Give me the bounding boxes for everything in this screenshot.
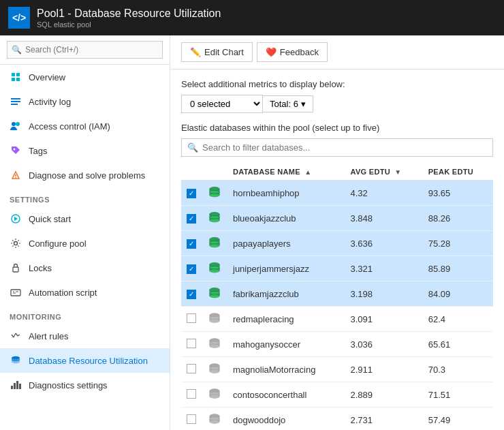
unchecked-icon <box>187 364 196 373</box>
row-peak-edtu: 62.4 <box>423 307 493 332</box>
diagnose-icon <box>10 169 22 181</box>
svg-point-7 <box>12 122 16 126</box>
table-row[interactable]: contosoconcerthall 2.889 71.51 <box>181 382 493 408</box>
col-name-label: DATABASE NAME <box>233 168 300 176</box>
row-checkbox[interactable] <box>181 382 202 408</box>
search-box[interactable]: 🔍 <box>0 35 170 65</box>
svg-line-16 <box>12 335 14 337</box>
automation-icon <box>10 286 22 298</box>
col-name-sort-icon: ▲ <box>304 168 311 176</box>
sidebar-item-database-resource[interactable]: Database Resource Utilization <box>0 348 170 373</box>
checked-icon: ✓ <box>187 189 196 198</box>
row-db-icon <box>202 332 227 357</box>
row-checkbox[interactable] <box>181 408 202 431</box>
table-row[interactable]: ✓ papayaplayers 3.636 75.28 <box>181 231 493 256</box>
row-db-icon <box>202 408 227 431</box>
table-row[interactable]: redmapleracing 3.091 62.4 <box>181 307 493 332</box>
sidebar-item-alert-label: Alert rules <box>29 331 69 341</box>
metrics-label: Select additional metrics to display bel… <box>181 79 493 89</box>
col-peak-label: PEAK EDTU <box>428 168 473 176</box>
quick-start-icon <box>10 213 22 225</box>
sidebar-item-locks[interactable]: Locks <box>0 256 170 280</box>
sidebar-item-locks-label: Locks <box>29 263 52 273</box>
sidebar-item-overview[interactable]: Overview <box>0 65 170 89</box>
search-input[interactable] <box>7 41 163 59</box>
row-checkbox[interactable]: ✓ <box>181 256 202 281</box>
row-checkbox[interactable] <box>181 332 202 357</box>
feedback-button[interactable]: ❤️ Feedback <box>257 42 328 62</box>
sidebar-item-quick-start[interactable]: Quick start <box>0 206 170 231</box>
sidebar-item-diagnostics[interactable]: Diagnostics settings <box>0 373 170 397</box>
search-icon: 🔍 <box>12 45 22 55</box>
svg-rect-4 <box>11 98 20 99</box>
row-checkbox[interactable] <box>181 307 202 332</box>
toolbar: ✏️ Edit Chart ❤️ Feedback <box>170 35 504 70</box>
svg-point-13 <box>14 242 18 245</box>
row-checkbox[interactable]: ✓ <box>181 181 202 206</box>
row-avg-edtu: 4.32 <box>345 181 423 206</box>
metrics-dropdown[interactable]: 0 selected <box>181 95 263 113</box>
table-row[interactable]: ✓ juniperjammersjazz 3.321 85.89 <box>181 256 493 281</box>
row-avg-edtu: 3.091 <box>345 307 423 332</box>
sidebar-item-automation[interactable]: Automation script <box>0 280 170 305</box>
header-titles: Pool1 - Database Resource Utilization SQ… <box>37 7 221 29</box>
sidebar-item-activity-log[interactable]: Activity log <box>0 89 170 114</box>
table-row[interactable]: mahoganysoccer 3.036 65.61 <box>181 332 493 357</box>
svg-point-79 <box>210 319 220 322</box>
access-control-icon <box>10 120 22 132</box>
sidebar-item-configure-pool[interactable]: Configure pool <box>0 231 170 256</box>
settings-section-label: SETTINGS <box>0 187 170 206</box>
edit-chart-button[interactable]: ✏️ Edit Chart <box>181 42 253 62</box>
unchecked-icon <box>187 313 196 323</box>
col-header-peak[interactable]: PEAK EDTU <box>423 164 493 181</box>
activity-log-icon <box>10 95 22 108</box>
row-db-icon <box>202 281 227 307</box>
svg-point-9 <box>14 149 16 151</box>
row-peak-edtu: 93.65 <box>423 181 493 206</box>
row-db-icon <box>202 231 227 256</box>
svg-rect-24 <box>19 384 21 389</box>
filter-box[interactable]: 🔍 <box>181 138 493 157</box>
svg-rect-2 <box>12 78 15 81</box>
sidebar-item-overview-label: Overview <box>29 72 65 82</box>
svg-point-8 <box>16 122 20 126</box>
unchecked-icon <box>187 414 196 424</box>
sidebar-item-diagnose[interactable]: Diagnose and solve problems <box>0 163 170 187</box>
col-header-name[interactable]: DATABASE NAME ▲ <box>227 164 345 181</box>
db-section-label: Elastic databases within the pool (selec… <box>181 123 493 133</box>
row-db-icon <box>202 181 227 206</box>
alert-rules-icon <box>10 330 22 342</box>
table-row[interactable]: ✓ hornbeamhiphop 4.32 93.65 <box>181 181 493 206</box>
checked-icon: ✓ <box>187 239 196 249</box>
sidebar-item-configure-label: Configure pool <box>29 239 86 249</box>
col-header-avg[interactable]: AVG EDTU ▼ <box>345 164 423 181</box>
col-header-icon <box>202 164 227 181</box>
svg-rect-21 <box>11 386 13 389</box>
sidebar-item-automation-label: Automation script <box>29 288 97 298</box>
row-checkbox[interactable]: ✓ <box>181 231 202 256</box>
configure-icon <box>10 237 22 249</box>
sidebar-item-quick-label: Quick start <box>29 214 71 224</box>
row-db-icon <box>202 307 227 332</box>
row-db-name: redmapleracing <box>227 307 345 332</box>
row-checkbox[interactable]: ✓ <box>181 206 202 231</box>
table-row[interactable]: ✓ fabrikamjazzclub 3.198 84.09 <box>181 281 493 307</box>
filter-input[interactable] <box>202 142 487 153</box>
app-icon: </> <box>8 7 30 29</box>
checked-icon: ✓ <box>187 214 196 224</box>
row-db-name: blueoakjazzclub <box>227 206 345 231</box>
row-checkbox[interactable] <box>181 357 202 382</box>
table-row[interactable]: magnoliaMotorracing 2.911 70.3 <box>181 357 493 382</box>
locks-icon <box>10 262 22 274</box>
page-subtitle: SQL elastic pool <box>37 20 221 29</box>
main-content: ✏️ Edit Chart ❤️ Feedback Select additio… <box>170 35 504 430</box>
svg-point-86 <box>210 344 220 348</box>
database-table: DATABASE NAME ▲ AVG EDTU ▼ PEAK EDTU <box>181 164 493 430</box>
row-checkbox[interactable]: ✓ <box>181 281 202 307</box>
table-row[interactable]: ✓ blueoakjazzclub 3.848 88.26 <box>181 206 493 231</box>
table-row[interactable]: dogwooddojo 2.731 57.49 <box>181 408 493 431</box>
sidebar-item-alert-rules[interactable]: Alert rules <box>0 324 170 348</box>
sidebar-item-access-control[interactable]: Access control (IAM) <box>0 114 170 138</box>
svg-rect-14 <box>13 267 18 272</box>
sidebar-item-tags[interactable]: Tags <box>0 138 170 163</box>
